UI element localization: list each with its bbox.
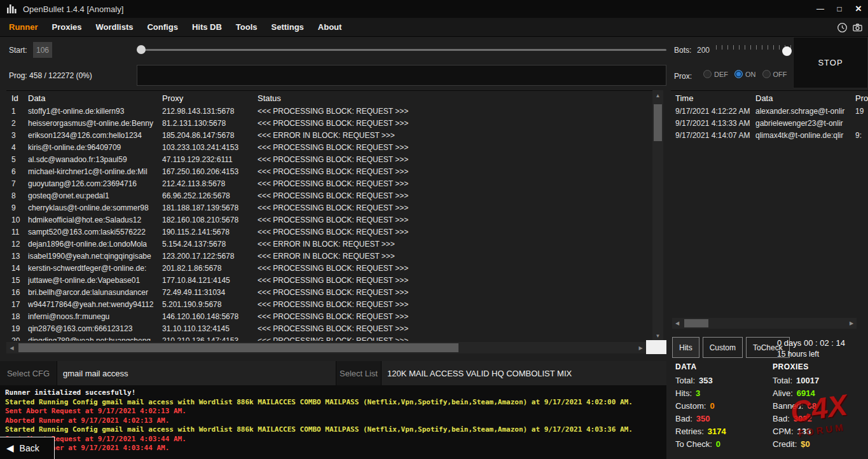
stat-value: 6914 [797,388,815,398]
results-row[interactable]: 1stoffy1@t-online.de:killern93212.98.143… [6,105,652,117]
minimize-button[interactable]: — [811,0,830,18]
screenshot-camera-icon[interactable] [851,22,863,33]
results-row[interactable]: 16bri.bellh@arcor.de:lalunasundancer72.4… [6,286,652,298]
stat-data-custom: Custom:0 [675,400,772,413]
hit-proxy-cell: 9: [851,131,868,140]
results-row[interactable]: 3erikson1234@126.com:hello1234185.204.86… [6,129,652,141]
stat-label: CPM: [773,427,794,436]
tab-custom[interactable]: Custom [703,337,743,358]
results-row[interactable]: 20dingding789@yeah.net:huangcheng210.210… [6,334,652,341]
hit-row[interactable]: 9/17/2021 4:12:22 AMalexander.schrage@t-… [671,105,868,117]
hits-body: 9/17/2021 4:12:22 AMalexander.schrage@t-… [671,105,868,141]
scroll-up-icon[interactable]: ▲ [652,90,663,100]
results-hscroll-thumb[interactable] [18,343,458,352]
menu-item-about[interactable]: About [311,22,349,32]
hit-row[interactable]: 9/17/2021 4:14:07 AMqlimax4tk@t-online.d… [671,129,868,141]
update-check-icon[interactable] [836,22,848,33]
selected-config-value: gmail mail access [57,361,336,385]
menu-item-configs[interactable]: Configs [140,22,184,32]
results-row[interactable]: 13isabel1990@yeah.net:qingqingisabe123.2… [6,250,652,262]
hits-col-data[interactable]: Data [755,93,851,103]
id-cell: 18 [6,312,28,321]
menu-item-tools[interactable]: Tools [229,22,265,32]
stat-value: $0 [801,439,809,449]
status-cell: <<< PROCESSING BLOCK: REQUEST >>> [256,143,652,152]
start-input[interactable]: 106 [33,42,52,58]
tab-hits[interactable]: Hits [672,337,699,358]
results-row[interactable]: 4kiris@t-online.de:96409709103.233.103.2… [6,141,652,153]
selected-wordlist-value: 120K MAIL ACCESS VALID HQ COMBOLIST MIX [382,361,666,385]
results-row[interactable]: 8gosteq@onet.eu:pedal166.96.252.126:5678… [6,189,652,202]
status-cell: <<< PROCESSING BLOCK: REQUEST >>> [256,276,652,285]
id-cell: 5 [6,155,28,164]
start-slider[interactable] [137,45,666,55]
bots-value: 200 [697,46,710,55]
hit-row[interactable]: 9/17/2021 4:13:33 AMgabrielewenger23@t-o… [671,117,868,129]
menu-item-hits-db[interactable]: Hits DB [185,22,229,32]
results-col-proxy[interactable]: Proxy [160,93,256,103]
hits-hscroll-thumb[interactable] [684,319,708,327]
results-row[interactable]: 9cherryklaus@t-online.de:sommer98181.188… [6,202,652,214]
scroll-right-icon[interactable]: ▶ [846,318,857,329]
results-col-id[interactable]: Id [6,93,28,103]
stat-proxies-bad: Bad:3032 [773,413,868,425]
scroll-left-icon[interactable]: ◀ [6,342,17,353]
results-row[interactable]: 17w944717864@yeah.net:wendy941125.201.19… [6,298,652,310]
id-cell: 16 [6,288,28,297]
bots-slider-thumb[interactable] [782,46,792,56]
hits-col-proxy[interactable]: Proxy [851,93,868,103]
menu-item-settings[interactable]: Settings [265,22,311,32]
menu-item-proxies[interactable]: Proxies [45,22,89,32]
proxy-cell: 66.96.252.126:5678 [160,191,256,200]
results-row[interactable]: 11sampt520@163.com:laski5576222190.115.2… [6,226,652,238]
scroll-down-icon[interactable]: ▼ [652,331,663,341]
status-cell: <<< PROCESSING BLOCK: REQUEST >>> [256,312,652,321]
results-vertical-scrollbar[interactable]: ▲ ▼ [652,90,663,341]
results-row[interactable]: 2heisserorgasmus@t-online.de:Benny81.2.1… [6,117,652,129]
scroll-left-icon[interactable]: ◀ [672,318,682,329]
proxy-mode-on[interactable]: ON [734,70,756,78]
menu-item-wordlists[interactable]: Wordlists [88,22,140,32]
proxy-cell: 31.10.110.132:4145 [160,324,256,333]
scroll-right-icon[interactable]: ▶ [635,342,646,353]
maximize-button[interactable]: □ [830,0,849,18]
menu-item-runner[interactable]: Runner [2,22,45,32]
proxy-mode-label: DEF [714,71,728,78]
results-row[interactable]: 5al.sdc@wanadoo.fr:13paul5947.119.129.23… [6,153,652,165]
data-cell: hdmikeofficial@hot.ee:Saladus12 [28,216,160,224]
id-cell: 2 [6,119,28,128]
start-slider-track [137,49,666,51]
proxy-mode-off[interactable]: OFF [762,70,787,78]
results-row[interactable]: 7guoyutang@126.com:23694716212.42.113.8:… [6,177,652,189]
start-slider-thumb[interactable] [137,45,146,54]
id-cell: 8 [6,191,28,200]
data-cell: inferni@noos.fr:munegu [28,312,160,321]
results-row[interactable]: 14kerstin-schwerdtfeger@t-online.de:201.… [6,262,652,274]
select-list-button[interactable]: Select List [336,361,382,385]
results-col-status[interactable]: Status [256,93,652,103]
stat-value: 0 [710,401,714,411]
data-cell: sampt520@163.com:laski5576222 [28,228,160,236]
select-cfg-button[interactable]: Select CFG [0,361,57,385]
proxy-mode-def[interactable]: DEF [703,70,728,78]
close-button[interactable]: × [849,0,868,18]
results-vscroll-thumb[interactable] [654,104,662,141]
window-title: OpenBullet 1.4.4 [Anomaly] [23,4,123,14]
results-horizontal-scrollbar[interactable]: ◀ ▶ [6,342,646,353]
log-line: Runner initialized succesfully! [5,388,661,398]
results-row[interactable]: 19qin2876@163.com:66612312331.10.110.132… [6,322,652,334]
hits-col-time[interactable]: Time [671,93,755,103]
timer-remaining: 15 hours left [777,350,819,359]
status-cell: <<< PROCESSING BLOCK: REQUEST >>> [256,155,652,164]
status-cell: <<< PROCESSING BLOCK: REQUEST >>> [256,324,652,333]
results-col-data[interactable]: Data [28,93,160,103]
hits-horizontal-scrollbar[interactable]: ◀ ▶ [672,318,857,329]
results-row[interactable]: 12dejan1896@t-online.de:LondoMola5.154.2… [6,238,652,250]
results-row[interactable]: 6michael-kirchner1c@t-online.de:Mil167.2… [6,165,652,177]
back-button[interactable]: ◀ Back [0,437,55,459]
results-row[interactable]: 10hdmikeofficial@hot.ee:Saladus12182.160… [6,214,652,226]
results-row[interactable]: 15juttawe@t-online.de:Vapebase01177.10.8… [6,274,652,286]
bots-slider[interactable] [716,43,796,58]
results-row[interactable]: 18inferni@noos.fr:munegu146.120.160.148:… [6,310,652,322]
stop-button[interactable]: STOP [793,37,868,88]
